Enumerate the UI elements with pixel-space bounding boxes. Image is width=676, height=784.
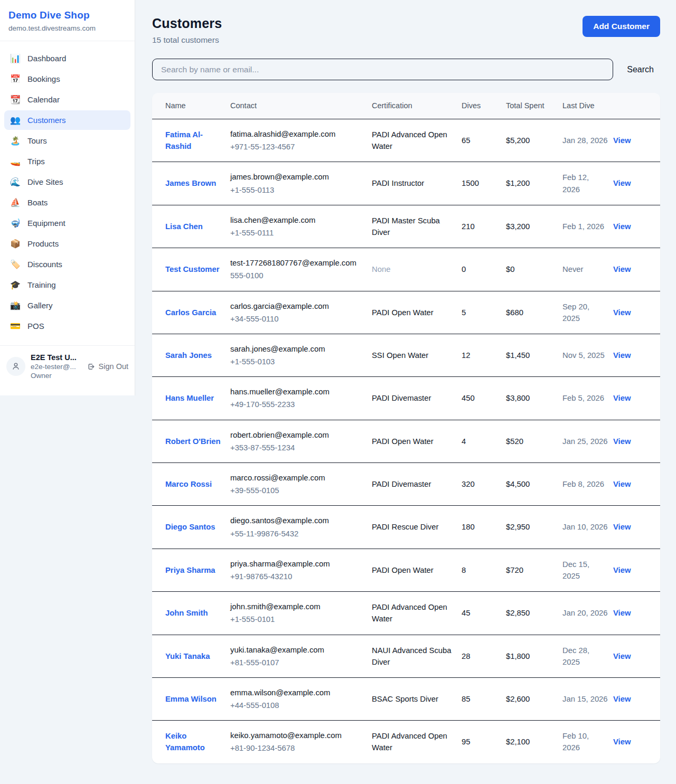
view-link[interactable]: View <box>613 179 631 187</box>
customer-last-dive: Jan 20, 2026 <box>562 592 613 635</box>
customer-email: keiko.yamamoto@example.com <box>230 730 367 741</box>
customer-phone: +1-555-0103 <box>230 356 367 367</box>
customer-certification: PADI Divemaster <box>372 463 462 506</box>
search-button[interactable]: Search <box>621 61 660 79</box>
shop-title: Demo Dive Shop <box>8 10 126 21</box>
customer-dives: 95 <box>462 721 506 763</box>
table-row: Hans Mueller hans.mueller@example.com +4… <box>152 377 660 420</box>
table-row: Keiko Yamamoto keiko.yamamoto@example.co… <box>152 721 660 763</box>
customer-phone: +1-555-0101 <box>230 613 367 625</box>
customer-name-link[interactable]: Fatima Al-Rashid <box>165 130 203 150</box>
sidebar-item-bookings[interactable]: 📅 Bookings <box>4 69 130 89</box>
customer-name-link[interactable]: Emma Wilson <box>165 695 217 703</box>
customer-phone: +81-555-0107 <box>230 657 367 668</box>
sidebar-footer: E2E Test U... e2e-tester@... Owner Sign … <box>0 345 135 389</box>
sidebar-item-equipment[interactable]: 🤿 Equipment <box>4 213 130 233</box>
view-link[interactable]: View <box>613 394 631 402</box>
view-link[interactable]: View <box>613 695 631 703</box>
view-link[interactable]: View <box>613 222 631 231</box>
view-link[interactable]: View <box>613 308 631 317</box>
customer-name-link[interactable]: Priya Sharma <box>165 566 215 574</box>
avatar <box>6 357 25 376</box>
customer-certification: PADI Advanced Open Water <box>372 592 462 635</box>
page-header: Customers 15 total customers Add Custome… <box>152 16 660 45</box>
customer-name-link[interactable]: Robert O'Brien <box>165 437 221 446</box>
page-subtitle: 15 total customers <box>152 35 222 45</box>
view-link[interactable]: View <box>613 136 631 145</box>
user-meta: E2E Test U... e2e-tester@... Owner <box>31 353 81 380</box>
view-link[interactable]: View <box>613 609 631 617</box>
customer-email: john.smith@example.com <box>230 601 367 612</box>
sidebar-item-training[interactable]: 🎓 Training <box>4 275 130 295</box>
sidebar-item-gallery[interactable]: 📸 Gallery <box>4 296 130 315</box>
sidebar-item-calendar[interactable]: 📆 Calendar <box>4 90 130 109</box>
customer-dives: 180 <box>462 506 506 549</box>
customer-certification: PADI Advanced Open Water <box>372 721 462 763</box>
view-link[interactable]: View <box>613 265 631 273</box>
bar-chart-icon: 📊 <box>10 54 21 63</box>
sidebar-item-dashboard[interactable]: 📊 Dashboard <box>4 49 130 68</box>
sidebar-item-trips[interactable]: 🚤 Trips <box>4 152 130 171</box>
table-row: Diego Santos diego.santos@example.com +5… <box>152 506 660 549</box>
customer-certification: PADI Instructor <box>372 162 462 205</box>
customer-certification: PADI Rescue Diver <box>372 506 462 549</box>
tearoff-calendar-icon: 📆 <box>10 96 21 104</box>
calendar-icon: 📅 <box>10 75 21 83</box>
sidebar-item-products[interactable]: 📦 Products <box>4 234 130 253</box>
customer-email: robert.obrien@example.com <box>230 429 367 441</box>
table-row: Robert O'Brien robert.obrien@example.com… <box>152 420 660 462</box>
customer-total-spent: $2,850 <box>506 592 562 635</box>
customer-email: hans.mueller@example.com <box>230 386 367 398</box>
customers-table-card: NameContactCertificationDivesTotal Spent… <box>152 93 660 763</box>
customer-name-link[interactable]: Hans Mueller <box>165 394 214 402</box>
view-link[interactable]: View <box>613 652 631 660</box>
customer-name-link[interactable]: Yuki Tanaka <box>165 652 210 660</box>
sidebar-item-discounts[interactable]: 🏷️ Discounts <box>4 254 130 274</box>
customer-dives: 45 <box>462 592 506 635</box>
customer-name-link[interactable]: Test Customer <box>165 265 220 273</box>
view-link[interactable]: View <box>613 738 631 746</box>
customer-certification: PADI Open Water <box>372 549 462 591</box>
table-row: John Smith john.smith@example.com +1-555… <box>152 592 660 635</box>
customer-name-link[interactable]: Carlos Garcia <box>165 308 216 317</box>
add-customer-button[interactable]: Add Customer <box>583 16 660 37</box>
customer-name-link[interactable]: Keiko Yamamoto <box>165 732 205 752</box>
sidebar-item-tours[interactable]: 🏝️ Tours <box>4 131 130 150</box>
sailboat-icon: ⛵ <box>10 199 21 207</box>
customer-total-spent: $5,200 <box>506 119 562 162</box>
sidebar-item-boats[interactable]: ⛵ Boats <box>4 193 130 212</box>
customer-dives: 450 <box>462 377 506 420</box>
customer-email: marco.rossi@example.com <box>230 472 367 484</box>
view-link[interactable]: View <box>613 523 631 531</box>
customer-name-link[interactable]: Sarah Jones <box>165 351 212 360</box>
package-icon: 📦 <box>10 240 21 248</box>
customer-name-link[interactable]: James Brown <box>165 179 216 187</box>
column-header: Last Dive <box>562 93 613 119</box>
sidebar-item-dive-sites[interactable]: 🌊 Dive Sites <box>4 172 130 192</box>
sidebar-item-pos[interactable]: 💳 POS <box>4 316 130 336</box>
customer-total-spent: $720 <box>506 549 562 591</box>
customer-name-link[interactable]: Diego Santos <box>165 523 215 531</box>
sign-out-button[interactable]: Sign Out <box>87 362 128 371</box>
view-link[interactable]: View <box>613 437 631 446</box>
column-header <box>613 93 660 119</box>
people-icon: 👥 <box>10 116 21 125</box>
customer-total-spent: $3,200 <box>506 205 562 248</box>
customer-dives: 320 <box>462 463 506 506</box>
sidebar-item-customers[interactable]: 👥 Customers <box>4 110 130 130</box>
customer-name-link[interactable]: John Smith <box>165 609 208 617</box>
view-link[interactable]: View <box>613 480 631 488</box>
customer-name-link[interactable]: Lisa Chen <box>165 222 203 231</box>
search-input[interactable] <box>152 59 613 80</box>
sidebar: Demo Dive Shop demo.test.divestreams.com… <box>0 0 135 395</box>
customer-name-link[interactable]: Marco Rossi <box>165 480 212 488</box>
view-link[interactable]: View <box>613 566 631 574</box>
table-row: Emma Wilson emma.wilson@example.com +44-… <box>152 677 660 720</box>
diving-mask-icon: 🤿 <box>10 219 21 228</box>
customer-dives: 85 <box>462 677 506 720</box>
customer-dives: 28 <box>462 635 506 677</box>
camera-icon: 📸 <box>10 301 21 310</box>
column-header: Contact <box>230 93 372 119</box>
table-row: Priya Sharma priya.sharma@example.com +9… <box>152 549 660 591</box>
view-link[interactable]: View <box>613 351 631 360</box>
